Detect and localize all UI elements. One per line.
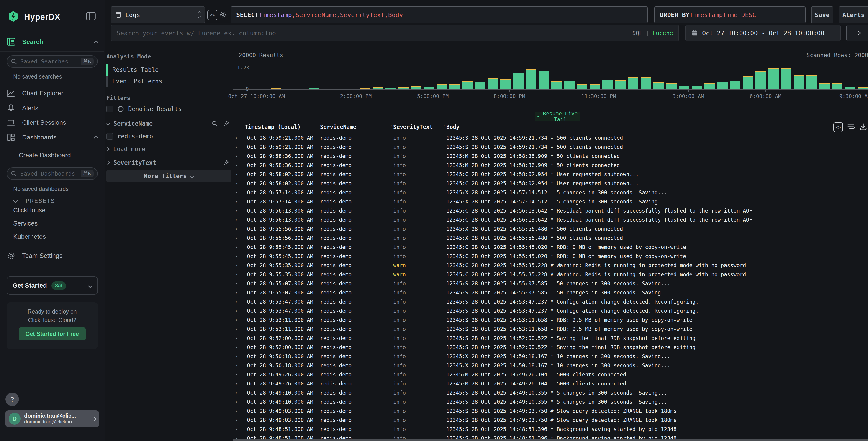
histogram-bar[interactable]	[258, 89, 268, 90]
col-header-timestamp[interactable]: Timestamp (Local)	[245, 124, 301, 130]
histogram-bar[interactable]	[768, 69, 779, 90]
sidebar-item-client-sessions[interactable]: Client Sessions	[22, 119, 66, 126]
row-expand-chevron[interactable]: ›	[235, 226, 238, 232]
filter-option-row[interactable]: redis-demo	[106, 133, 229, 140]
row-expand-chevron[interactable]: ›	[235, 280, 238, 287]
table-row[interactable]: ›Oct 28 9:53:11.000 AMredis-demoinfo1234…	[233, 325, 868, 334]
table-row[interactable]: ›Oct 28 9:49:03.000 AMredis-demoinfo1234…	[233, 406, 868, 415]
table-row[interactable]: ›Oct 28 9:49:03.000 AMredis-demoinfo1234…	[233, 415, 868, 425]
histogram-bar[interactable]	[462, 82, 472, 90]
servicename-group-row[interactable]: ServiceName	[106, 120, 229, 127]
histogram-bar[interactable]	[577, 85, 587, 90]
row-expand-chevron[interactable]: ›	[235, 271, 238, 278]
preset-item[interactable]: Kubernetes	[13, 233, 46, 240]
saved-searches-input[interactable]: Saved Searches ⌘K	[7, 55, 98, 68]
row-expand-chevron[interactable]: ›	[235, 389, 238, 396]
row-expand-chevron[interactable]: ›	[235, 135, 238, 141]
histogram-bar[interactable]	[347, 89, 358, 90]
histogram-bar[interactable]	[858, 88, 868, 90]
histogram-bar[interactable]	[271, 89, 281, 90]
sidebar-item-chart-explorer[interactable]: Chart Explorer	[22, 90, 63, 97]
table-row[interactable]: ›Oct 28 9:58:36.000 AMredis-demoinfo1234…	[233, 151, 868, 161]
table-row[interactable]: ›Oct 28 9:49:10.000 AMredis-demoinfo1234…	[233, 388, 868, 397]
save-button[interactable]: Save	[811, 6, 833, 23]
table-row[interactable]: ›Oct 28 9:55:56.000 AMredis-demoinfo1234…	[233, 224, 868, 234]
analysis-mode-item[interactable]: Results Table	[106, 64, 229, 75]
row-expand-chevron[interactable]: ›	[235, 244, 238, 250]
table-row[interactable]: ›Oct 28 9:56:13.000 AMredis-demoinfo1234…	[233, 206, 868, 215]
histogram-bar[interactable]	[526, 70, 536, 90]
row-expand-chevron[interactable]: ›	[235, 290, 238, 296]
get-started-widget[interactable]: Get Started 3/3	[7, 276, 98, 295]
row-expand-chevron[interactable]: ›	[235, 353, 238, 360]
row-expand-chevron[interactable]: ›	[235, 371, 238, 378]
preset-item[interactable]: Services	[13, 220, 46, 227]
histogram-bar[interactable]	[755, 72, 766, 90]
histogram-bar[interactable]	[806, 76, 817, 90]
order-by-input[interactable]: ORDER BY TimestampTime DESC	[654, 6, 806, 23]
chevron-down-icon[interactable]	[106, 122, 110, 126]
histogram-bar[interactable]	[385, 88, 396, 90]
histogram-bar[interactable]	[513, 73, 524, 90]
histogram-bar[interactable]	[615, 80, 626, 90]
create-dashboard-button[interactable]: + Create Dashboard	[13, 151, 71, 159]
table-row[interactable]: ›Oct 28 9:53:11.000 AMredis-demoinfo1234…	[233, 315, 868, 325]
table-row[interactable]: ›Oct 28 9:58:36.000 AMredis-demoinfo1234…	[233, 161, 868, 170]
row-expand-chevron[interactable]: ›	[235, 299, 238, 305]
row-expand-chevron[interactable]: ›	[235, 189, 238, 196]
row-expand-chevron[interactable]: ›	[235, 408, 238, 414]
row-expand-chevron[interactable]: ›	[235, 417, 238, 423]
sidebar-item-alerts[interactable]: Alerts	[22, 105, 38, 112]
lucene-search-input[interactable]: Search your events w/ Lucene ex. column:…	[111, 25, 679, 41]
table-row[interactable]: ›Oct 28 9:55:07.000 AMredis-demoinfo1234…	[233, 288, 868, 297]
alerts-button[interactable]: Alerts	[839, 6, 868, 23]
histogram-bar[interactable]	[373, 88, 383, 90]
language-toggle-lucene[interactable]: Lucene	[652, 30, 673, 36]
resume-live-tail-button[interactable]: Resume Live Tail	[535, 112, 580, 121]
row-expand-chevron[interactable]: ›	[235, 180, 238, 186]
table-row[interactable]: ›Oct 28 9:55:56.000 AMredis-demoinfo1234…	[233, 234, 868, 243]
table-row[interactable]: ›Oct 28 9:58:02.000 AMredis-demoinfo1234…	[233, 170, 868, 179]
user-menu[interactable]: D dominic.tran@clic... dominic.tran@clic…	[5, 410, 99, 427]
table-row[interactable]: ›Oct 28 9:55:07.000 AMredis-demoinfo1234…	[233, 279, 868, 288]
wrap-lines-icon[interactable]	[846, 123, 855, 131]
row-expand-chevron[interactable]: ›	[235, 308, 238, 314]
histogram-bar[interactable]	[832, 84, 842, 90]
table-row[interactable]: ›Oct 28 9:58:02.000 AMredis-demoinfo1234…	[233, 179, 868, 188]
histogram-bar[interactable]	[360, 89, 370, 90]
histogram-bar[interactable]	[296, 89, 307, 90]
chevron-right-icon[interactable]	[106, 161, 110, 165]
row-expand-chevron[interactable]: ›	[235, 144, 238, 150]
denoise-results-row[interactable]: Denoise Results	[106, 106, 229, 112]
table-row[interactable]: ›Oct 28 9:56:13.000 AMredis-demoinfo1234…	[233, 215, 868, 224]
load-more-row[interactable]: Load more	[106, 146, 145, 152]
histogram-bar[interactable]	[743, 77, 753, 90]
histogram-bar[interactable]	[283, 89, 294, 90]
date-range-picker[interactable]: Oct 27 10:00:00 - Oct 28 10:00:00	[685, 25, 841, 41]
histogram-bar[interactable]	[641, 78, 651, 90]
histogram-bar[interactable]	[424, 88, 434, 90]
saved-dashboards-input[interactable]: Saved Dashboards ⌘K	[7, 168, 98, 180]
code-view-icon[interactable]: <>	[833, 123, 843, 132]
row-expand-chevron[interactable]: ›	[235, 217, 238, 223]
histogram-bar[interactable]	[679, 87, 689, 90]
row-expand-chevron[interactable]: ›	[235, 253, 238, 260]
histogram-bar[interactable]	[717, 82, 728, 90]
language-toggle-sql[interactable]: SQL	[632, 30, 643, 36]
table-row[interactable]: ›Oct 28 9:59:21.000 AMredis-demoinfo1234…	[233, 133, 868, 142]
table-row[interactable]: ›Oct 28 9:59:21.000 AMredis-demoinfo1234…	[233, 142, 868, 151]
row-expand-chevron[interactable]: ›	[235, 426, 238, 432]
histogram-bar[interactable]	[602, 80, 613, 90]
severitytext-group-row[interactable]: SeverityText	[106, 159, 229, 166]
histogram-bar[interactable]	[845, 88, 855, 90]
horizontal-scrollbar[interactable]	[233, 439, 868, 441]
histogram-bar[interactable]	[538, 71, 549, 90]
row-expand-chevron[interactable]: ›	[235, 198, 238, 205]
row-expand-chevron[interactable]: ›	[235, 153, 238, 159]
table-row[interactable]: ›Oct 28 9:50:18.000 AMredis-demoinfo1234…	[233, 361, 868, 370]
table-row[interactable]: ›Oct 28 9:55:35.000 AMredis-demowarn1234…	[233, 270, 868, 279]
preset-item[interactable]: ClickHouse	[13, 207, 46, 214]
more-filters-button[interactable]: More filters	[106, 170, 231, 182]
table-row[interactable]: ›Oct 28 9:48:51.000 AMredis-demoinfo1234…	[233, 425, 868, 434]
table-row[interactable]: ›Oct 28 9:52:00.000 AMredis-demoinfo1234…	[233, 334, 868, 343]
